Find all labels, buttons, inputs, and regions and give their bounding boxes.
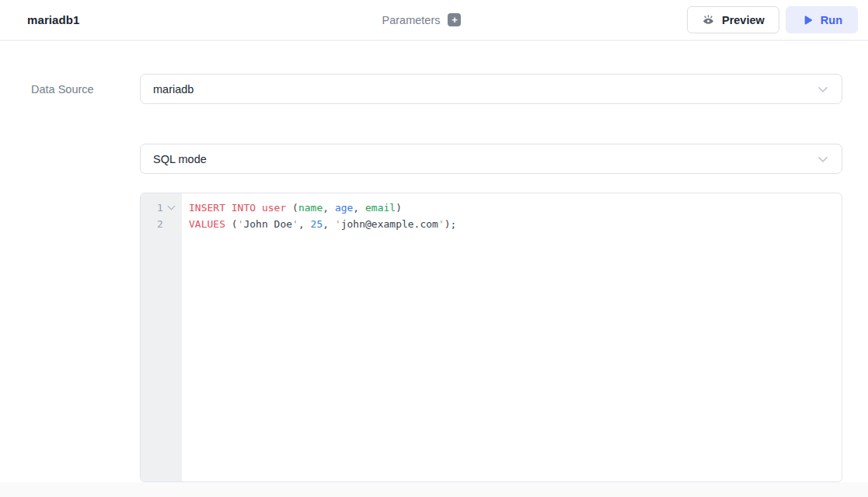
editor-gutter: 12 — [141, 193, 182, 481]
page-title: mariadb1 — [27, 13, 80, 26]
preview-button-label: Preview — [722, 14, 765, 26]
fold-chevron-icon[interactable] — [167, 203, 175, 210]
parameters-section: Parameters + — [382, 13, 462, 26]
data-source-label: Data Source — [31, 74, 94, 104]
sql-code-editor[interactable]: 12 INSERT INTO user (name, age, email)VA… — [140, 193, 842, 482]
line-number: 2 — [141, 216, 182, 232]
page-bottom-strip — [0, 482, 868, 497]
header-actions: Preview Run — [687, 6, 858, 33]
header: mariadb1 Parameters + Preview Run — [0, 0, 868, 41]
preview-button[interactable]: Preview — [687, 6, 779, 33]
chevron-down-icon — [815, 151, 831, 167]
mode-select-value: SQL mode — [153, 153, 815, 165]
eye-icon — [702, 13, 715, 26]
run-button-label: Run — [821, 14, 842, 26]
run-button[interactable]: Run — [786, 6, 858, 33]
editor-code[interactable]: INSERT INTO user (name, age, email)VALUE… — [182, 193, 842, 481]
data-source-value: mariadb — [153, 83, 815, 96]
plus-icon: + — [451, 14, 458, 26]
add-parameter-button[interactable]: + — [448, 13, 461, 26]
parameters-label: Parameters — [382, 14, 441, 26]
line-number: 1 — [141, 200, 182, 216]
data-source-select[interactable]: mariadb — [140, 74, 842, 104]
chevron-down-icon — [815, 82, 831, 97]
play-icon — [801, 14, 814, 26]
code-line[interactable]: VALUES ('John Doe', 25, 'john@example.co… — [189, 216, 842, 232]
code-line[interactable]: INSERT INTO user (name, age, email) — [189, 200, 842, 216]
mode-select[interactable]: SQL mode — [140, 144, 842, 174]
